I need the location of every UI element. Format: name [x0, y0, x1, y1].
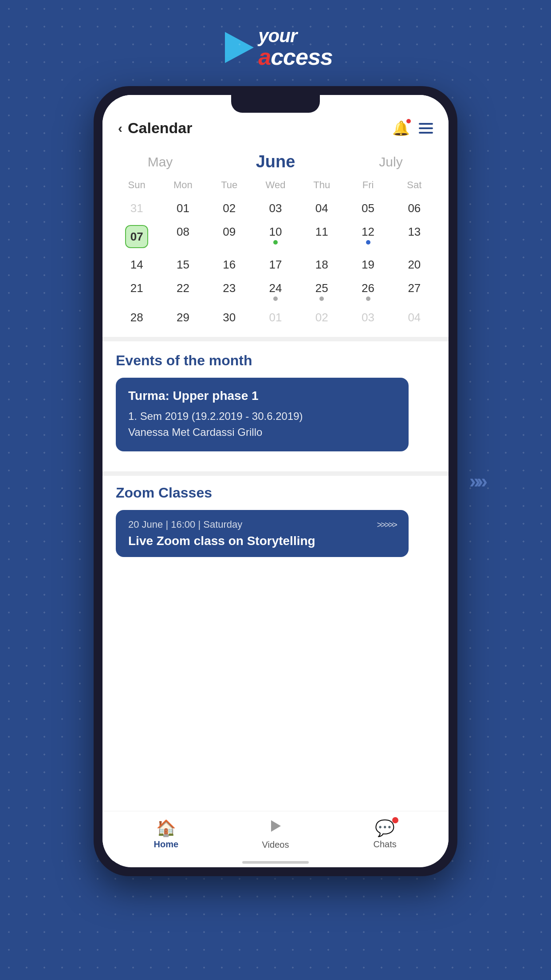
event-dot-gray-24 — [273, 296, 278, 301]
cal-day-11[interactable]: 11 — [299, 221, 345, 252]
cal-day-25[interactable]: 25 — [299, 278, 345, 304]
calendar-days-grid: 31 01 02 03 04 05 06 07 08 09 10 11 12 1… — [114, 198, 437, 328]
prev-month-label[interactable]: May — [102, 154, 218, 170]
cal-day-08[interactable]: 08 — [160, 221, 206, 252]
event-card[interactable]: Turma: Upper phase 1 1. Sem 2019 (19.2.2… — [116, 378, 409, 451]
calendar-section: May June July Sun Mon Tue Wed Thu Fri Sa… — [102, 146, 449, 811]
calendar-day-headers: Sun Mon Tue Wed Thu Fri Sat — [114, 176, 437, 194]
home-icon: 🏠 — [156, 819, 176, 838]
events-section-title: Events of the month — [116, 352, 435, 369]
phone-frame: »» ‹ Calendar 🔔 — [94, 86, 457, 876]
cal-day-18[interactable]: 18 — [299, 254, 345, 275]
event-card-dates: 1. Sem 2019 (19.2.2019 - 30.6.2019) — [128, 408, 396, 424]
logo-text: your access — [258, 27, 333, 68]
month-navigation: May June July — [102, 146, 449, 176]
cal-day-12[interactable]: 12 — [345, 221, 391, 252]
cal-day-28[interactable]: 28 — [114, 307, 160, 328]
nav-label-videos: Videos — [262, 840, 289, 850]
cal-day-24[interactable]: 24 — [252, 278, 299, 304]
nav-label-home: Home — [154, 839, 179, 850]
current-month-label: June — [218, 152, 333, 171]
cal-day-03-next[interactable]: 03 — [345, 307, 391, 328]
logo-play-icon — [218, 28, 258, 67]
cal-day-07-today[interactable]: 07 — [114, 221, 160, 252]
cal-day-26[interactable]: 26 — [345, 278, 391, 304]
page-title: Calendar — [128, 119, 193, 137]
cal-day-19[interactable]: 19 — [345, 254, 391, 275]
nav-item-home[interactable]: 🏠 Home — [111, 819, 221, 850]
event-dot-blue — [366, 240, 370, 245]
cal-day-16[interactable]: 16 — [206, 254, 252, 275]
logo-area: your access — [218, 27, 333, 68]
cal-day-27[interactable]: 27 — [391, 278, 437, 304]
cal-day-04[interactable]: 04 — [299, 198, 345, 219]
svg-marker-1 — [271, 820, 281, 832]
cal-day-01-next[interactable]: 01 — [252, 307, 299, 328]
cal-day-23[interactable]: 23 — [206, 278, 252, 304]
event-card-teacher: Vanessa Met Cardassi Grillo — [128, 424, 396, 440]
svg-marker-0 — [225, 32, 254, 63]
calendar-grid: Sun Mon Tue Wed Thu Fri Sat 31 01 02 03 … — [102, 176, 449, 328]
bottom-navigation: 🏠 Home Videos 💬 Chats — [102, 811, 449, 861]
nav-item-videos[interactable]: Videos — [221, 818, 331, 850]
day-header-wed: Wed — [252, 176, 299, 194]
event-dot-gray-25 — [319, 296, 324, 301]
cal-day-10[interactable]: 10 — [252, 221, 299, 252]
event-card-subtitle: 1. Sem 2019 (19.2.2019 - 30.6.2019) Vane… — [128, 408, 396, 440]
logo-container: your access — [218, 27, 333, 68]
logo-your: your — [258, 27, 333, 45]
back-button[interactable]: ‹ — [118, 121, 122, 136]
home-indicator — [242, 861, 309, 864]
videos-play-icon — [268, 818, 283, 838]
menu-line-2 — [419, 127, 433, 129]
day-header-sat: Sat — [391, 176, 437, 194]
zoom-card-arrows-icon: >>>>> — [377, 520, 396, 530]
section-divider-1 — [102, 337, 449, 341]
section-divider-2 — [102, 471, 449, 476]
event-dot-gray-26 — [366, 296, 370, 301]
cal-day-29[interactable]: 29 — [160, 307, 206, 328]
notification-bell-icon[interactable]: 🔔 — [392, 120, 410, 137]
cal-day-03[interactable]: 03 — [252, 198, 299, 219]
day-header-fri: Fri — [345, 176, 391, 194]
cal-day-01[interactable]: 01 — [160, 198, 206, 219]
cal-day-22[interactable]: 22 — [160, 278, 206, 304]
phone-screen: ‹ Calendar 🔔 May June Jul — [102, 95, 449, 867]
zoom-card-title: Live Zoom class on Storytelling — [128, 534, 396, 548]
phone-notch — [231, 95, 320, 113]
cal-day-17[interactable]: 17 — [252, 254, 299, 275]
header-left: ‹ Calendar — [118, 119, 193, 137]
event-card-title: Turma: Upper phase 1 — [128, 389, 396, 403]
header-right: 🔔 — [392, 120, 433, 137]
cal-day-02[interactable]: 02 — [206, 198, 252, 219]
nav-item-chats[interactable]: 💬 Chats — [330, 819, 440, 850]
hamburger-menu-button[interactable] — [419, 123, 433, 134]
cal-day-20[interactable]: 20 — [391, 254, 437, 275]
chats-icon: 💬 — [375, 819, 395, 838]
day-header-sun: Sun — [114, 176, 160, 194]
phone-arrows-icon: »» — [469, 470, 484, 492]
cal-day-31-prev[interactable]: 31 — [114, 198, 160, 219]
cal-day-13[interactable]: 13 — [391, 221, 437, 252]
cal-day-06[interactable]: 06 — [391, 198, 437, 219]
cal-day-15[interactable]: 15 — [160, 254, 206, 275]
zoom-class-card[interactable]: 20 June | 16:00 | Saturday >>>>> Live Zo… — [116, 510, 409, 557]
cal-day-21[interactable]: 21 — [114, 278, 160, 304]
day-header-mon: Mon — [160, 176, 206, 194]
cal-day-30[interactable]: 30 — [206, 307, 252, 328]
logo-a-letter: a — [258, 44, 271, 70]
logo-access: access — [258, 45, 333, 68]
cal-day-05[interactable]: 05 — [345, 198, 391, 219]
next-month-label[interactable]: July — [333, 154, 449, 170]
event-dot-green — [273, 240, 278, 245]
cal-day-14[interactable]: 14 — [114, 254, 160, 275]
zoom-card-datetime: 20 June | 16:00 | Saturday — [128, 519, 242, 530]
events-section: Events of the month Turma: Upper phase 1… — [102, 341, 449, 462]
zoom-section-title: Zoom Classes — [116, 485, 435, 501]
day-header-tue: Tue — [206, 176, 252, 194]
cal-day-02-next[interactable]: 02 — [299, 307, 345, 328]
nav-label-chats: Chats — [374, 839, 397, 850]
cal-day-04-next[interactable]: 04 — [391, 307, 437, 328]
cal-day-09[interactable]: 09 — [206, 221, 252, 252]
day-header-thu: Thu — [299, 176, 345, 194]
